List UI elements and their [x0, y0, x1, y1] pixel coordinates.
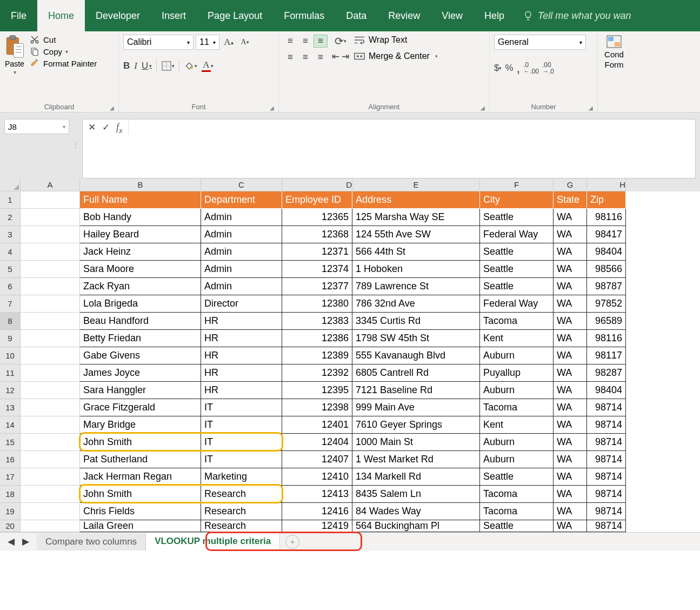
- cell[interactable]: Address: [352, 191, 480, 209]
- cell[interactable]: 566 44th St: [352, 243, 480, 261]
- cell[interactable]: 7610 Geyer Springs: [352, 416, 480, 434]
- align-bottom-button[interactable]: ≡: [314, 35, 328, 48]
- cell[interactable]: 84 Wades Way: [352, 503, 480, 520]
- row-header[interactable]: 17: [0, 468, 21, 486]
- cell[interactable]: Seattle: [480, 261, 554, 278]
- cell[interactable]: [21, 295, 80, 313]
- tell-me-search[interactable]: Tell me what you wan: [515, 0, 638, 31]
- font-dialog-launcher[interactable]: ◢: [270, 105, 274, 111]
- cell[interactable]: IT: [201, 399, 282, 416]
- cell[interactable]: Admin: [201, 243, 282, 261]
- cell[interactable]: 7121 Baseline Rd: [352, 382, 480, 399]
- cell[interactable]: John Smith: [80, 486, 201, 503]
- cell[interactable]: Laila Green: [80, 520, 201, 532]
- cell[interactable]: 98714: [587, 434, 626, 451]
- col-header-C[interactable]: C: [201, 178, 282, 191]
- cell[interactable]: Auburn: [480, 434, 554, 451]
- cell[interactable]: 12392: [282, 364, 352, 382]
- cell[interactable]: [21, 468, 80, 486]
- cell[interactable]: [21, 434, 80, 451]
- cell[interactable]: Lola Brigeda: [80, 295, 201, 313]
- bold-button[interactable]: B: [123, 61, 130, 71]
- cell[interactable]: [21, 486, 80, 503]
- tab-developer[interactable]: Developer: [85, 0, 151, 31]
- cell[interactable]: Chris Fields: [80, 503, 201, 520]
- cell[interactable]: Kent: [480, 416, 554, 434]
- cell[interactable]: Federal Way: [480, 295, 554, 313]
- cell[interactable]: 786 32nd Ave: [352, 295, 480, 313]
- wrap-text-button[interactable]: Wrap Text: [354, 35, 438, 45]
- cell[interactable]: Department: [201, 191, 282, 209]
- accounting-format-button[interactable]: $▾: [494, 63, 502, 74]
- cell[interactable]: 12383: [282, 313, 352, 330]
- col-header-H[interactable]: H: [587, 178, 626, 191]
- cell[interactable]: WA: [554, 364, 587, 382]
- decrease-decimal-button[interactable]: .00→.0: [542, 62, 554, 75]
- cell[interactable]: 96589: [587, 313, 626, 330]
- cell[interactable]: Auburn: [480, 451, 554, 468]
- cell[interactable]: 98287: [587, 364, 626, 382]
- cell[interactable]: IT: [201, 434, 282, 451]
- cell[interactable]: Beau Handford: [80, 313, 201, 330]
- cell[interactable]: HR: [201, 382, 282, 399]
- sheet-tab-vlookup[interactable]: VLOOKUP multiple criteria: [146, 533, 280, 551]
- cell[interactable]: 98417: [587, 226, 626, 243]
- cell[interactable]: 98116: [587, 330, 626, 347]
- borders-button[interactable]: ▾: [161, 61, 175, 71]
- cell[interactable]: 12416: [282, 503, 352, 520]
- cell[interactable]: [21, 261, 80, 278]
- cell[interactable]: 3345 Curtis Rd: [352, 313, 480, 330]
- cell[interactable]: WA: [554, 486, 587, 503]
- cell[interactable]: James Joyce: [80, 364, 201, 382]
- cell[interactable]: [21, 313, 80, 330]
- italic-button[interactable]: I: [134, 61, 137, 71]
- paste-button[interactable]: Paste ▾: [4, 35, 25, 102]
- cell[interactable]: WA: [554, 278, 587, 295]
- cut-button[interactable]: Cut: [29, 35, 97, 44]
- row-header[interactable]: 3: [0, 226, 21, 243]
- cell[interactable]: Hailey Beard: [80, 226, 201, 243]
- row-header[interactable]: 20: [0, 520, 21, 532]
- tab-page-layout[interactable]: Page Layout: [197, 0, 273, 31]
- cell[interactable]: Grace Fitzgerald: [80, 399, 201, 416]
- tab-data[interactable]: Data: [335, 0, 377, 31]
- tab-formulas[interactable]: Formulas: [273, 0, 335, 31]
- cell[interactable]: 124 55th Ave SW: [352, 226, 480, 243]
- cell[interactable]: Jack Herman Regan: [80, 468, 201, 486]
- col-header-D[interactable]: D: [282, 178, 352, 191]
- decrease-indent-button[interactable]: ⇤: [332, 51, 339, 62]
- tab-review[interactable]: Review: [377, 0, 431, 31]
- cell[interactable]: 125 Marsha Way SE: [352, 209, 480, 226]
- alignment-dialog-launcher[interactable]: ◢: [481, 105, 485, 111]
- row-header[interactable]: 9: [0, 330, 21, 347]
- cell[interactable]: 12419: [282, 520, 352, 532]
- row-header[interactable]: 16: [0, 451, 21, 468]
- cell[interactable]: Research: [201, 486, 282, 503]
- prev-sheet-button[interactable]: ◀: [8, 536, 15, 547]
- cell[interactable]: IT: [201, 451, 282, 468]
- cell[interactable]: Research: [201, 503, 282, 520]
- cell[interactable]: Sara Moore: [80, 261, 201, 278]
- col-header-B[interactable]: B: [80, 178, 201, 191]
- cell[interactable]: Admin: [201, 261, 282, 278]
- cell[interactable]: WA: [554, 347, 587, 364]
- tab-insert[interactable]: Insert: [151, 0, 197, 31]
- cell[interactable]: [21, 382, 80, 399]
- cell[interactable]: Zack Ryan: [80, 278, 201, 295]
- font-size-select[interactable]: 11▾: [196, 35, 219, 50]
- row-header[interactable]: 1: [0, 191, 21, 209]
- cell[interactable]: 12368: [282, 226, 352, 243]
- cell[interactable]: WA: [554, 295, 587, 313]
- cell[interactable]: Admin: [201, 278, 282, 295]
- cell[interactable]: Seattle: [480, 468, 554, 486]
- tab-help[interactable]: Help: [474, 0, 515, 31]
- font-name-select[interactable]: Calibri▾: [123, 35, 194, 50]
- increase-decimal-button[interactable]: .0←.00: [523, 62, 539, 75]
- cell[interactable]: 12398: [282, 399, 352, 416]
- cell[interactable]: 98404: [587, 382, 626, 399]
- cell[interactable]: 98714: [587, 416, 626, 434]
- col-header-E[interactable]: E: [352, 178, 480, 191]
- cell[interactable]: Tacoma: [480, 399, 554, 416]
- fill-color-button[interactable]: ▾: [184, 61, 197, 71]
- row-header[interactable]: 15: [0, 434, 21, 451]
